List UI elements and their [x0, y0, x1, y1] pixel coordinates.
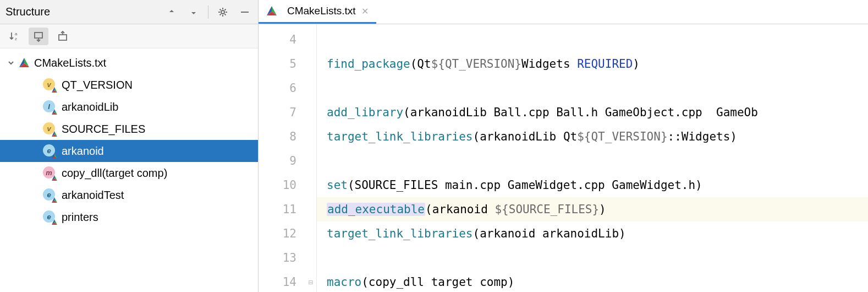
tree-item-label: printers — [62, 211, 98, 224]
tree-root[interactable]: CMakeLists.txt — [0, 52, 258, 74]
svg-point-0 — [221, 10, 224, 14]
symbol-icon: m — [43, 166, 56, 180]
line-number[interactable]: 11 — [259, 197, 316, 221]
line-number[interactable]: 12 — [259, 221, 316, 246]
sort-alpha-icon[interactable]: az — [4, 28, 24, 45]
code-line[interactable] — [317, 246, 868, 270]
scroll-to-source-icon[interactable] — [29, 28, 48, 45]
structure-header: Structure — [0, 0, 258, 24]
tree-item[interactable]: earkanoidTest — [0, 184, 258, 206]
line-number[interactable]: 8 — [259, 125, 316, 149]
code-line[interactable]: target_link_libraries(arkanoidLib Qt${QT… — [317, 125, 868, 149]
tree-item-label: SOURCE_FILES — [62, 123, 145, 136]
line-number[interactable]: 5 — [259, 52, 316, 76]
minimize-icon[interactable] — [237, 4, 252, 20]
symbol-icon: e — [43, 210, 56, 224]
fold-icon[interactable]: ⊟ — [309, 278, 313, 286]
line-number[interactable]: 10 — [259, 173, 316, 197]
symbol-icon: v — [43, 78, 56, 91]
code-line[interactable]: target_link_libraries(arkanoid arkanoidL… — [317, 221, 868, 246]
tree-item[interactable]: earkanoid — [0, 140, 258, 162]
cmake-file-icon — [266, 6, 277, 17]
tree-root-label: CMakeLists.txt — [34, 57, 106, 69]
symbol-icon: v — [43, 122, 56, 136]
structure-panel: Structure az — [0, 0, 259, 292]
tab-cmakelists[interactable]: CMakeLists.txt ✕ — [259, 0, 376, 24]
svg-rect-1 — [241, 12, 249, 13]
code-line[interactable]: add_library(arkanoidLib Ball.cpp Ball.h … — [317, 100, 868, 125]
line-number[interactable]: 4 — [259, 28, 316, 52]
divider — [208, 6, 208, 19]
close-icon[interactable]: ✕ — [361, 6, 369, 17]
line-number[interactable]: 13 — [259, 246, 316, 270]
line-number[interactable]: 7 — [259, 100, 316, 125]
structure-header-actions — [164, 4, 252, 20]
tree-item-label: arkanoidLib — [62, 101, 118, 113]
tree-item[interactable]: vSOURCE_FILES — [0, 118, 258, 140]
code-line[interactable] — [317, 28, 868, 52]
tree-item-label: copy_dll(target comp) — [62, 167, 167, 180]
symbol-icon: e — [43, 188, 56, 202]
tree-item[interactable]: eprinters — [0, 206, 258, 228]
editor-tabs: CMakeLists.txt ✕ — [259, 0, 868, 24]
svg-rect-4 — [35, 33, 42, 38]
line-gutter[interactable]: 4567891011121314⊟ — [259, 24, 317, 292]
structure-title: Structure — [6, 6, 164, 18]
code-line[interactable]: add_executable(arkanoid ${SOURCE_FILES}) — [317, 197, 868, 221]
symbol-icon: l — [43, 100, 56, 113]
svg-text:z: z — [15, 36, 17, 41]
chevron-down-icon[interactable] — [6, 59, 17, 67]
code-line[interactable] — [317, 149, 868, 173]
code-content[interactable]: find_package(Qt${QT_VERSION}Widgets REQU… — [317, 24, 868, 292]
expand-all-icon[interactable] — [164, 4, 179, 20]
collapse-all-icon[interactable] — [186, 4, 201, 20]
line-number[interactable]: 6 — [259, 76, 316, 100]
structure-tree[interactable]: CMakeLists.txt vQT_VERSIONlarkanoidLibvS… — [0, 48, 258, 292]
code-area: 4567891011121314⊟ find_package(Qt${QT_VE… — [259, 24, 868, 292]
tree-item[interactable]: mcopy_dll(target comp) — [0, 162, 258, 184]
svg-text:a: a — [15, 31, 18, 36]
tree-item-label: arkanoidTest — [62, 189, 124, 202]
editor-panel: CMakeLists.txt ✕ 4567891011121314⊟ find_… — [259, 0, 868, 292]
tab-label: CMakeLists.txt — [287, 5, 356, 17]
gear-icon[interactable] — [215, 4, 230, 20]
code-line[interactable]: find_package(Qt${QT_VERSION}Widgets REQU… — [317, 52, 868, 76]
code-line[interactable]: set(SOURCE_FILES main.cpp GameWidget.cpp… — [317, 173, 868, 197]
code-line[interactable] — [317, 76, 868, 100]
scroll-from-source-icon[interactable] — [53, 28, 73, 45]
tree-item-label: QT_VERSION — [62, 79, 133, 91]
structure-toolbar: az — [0, 24, 258, 48]
code-line[interactable]: macro(copy_dll target comp) — [317, 270, 868, 292]
cmake-file-icon — [19, 57, 30, 68]
tree-item[interactable]: vQT_VERSION — [0, 74, 258, 96]
symbol-icon: e — [43, 144, 56, 158]
tree-item[interactable]: larkanoidLib — [0, 96, 258, 118]
line-number[interactable]: 14⊟ — [259, 270, 316, 292]
tree-item-label: arkanoid — [62, 145, 104, 158]
line-number[interactable]: 9 — [259, 149, 316, 173]
svg-rect-5 — [59, 35, 67, 40]
